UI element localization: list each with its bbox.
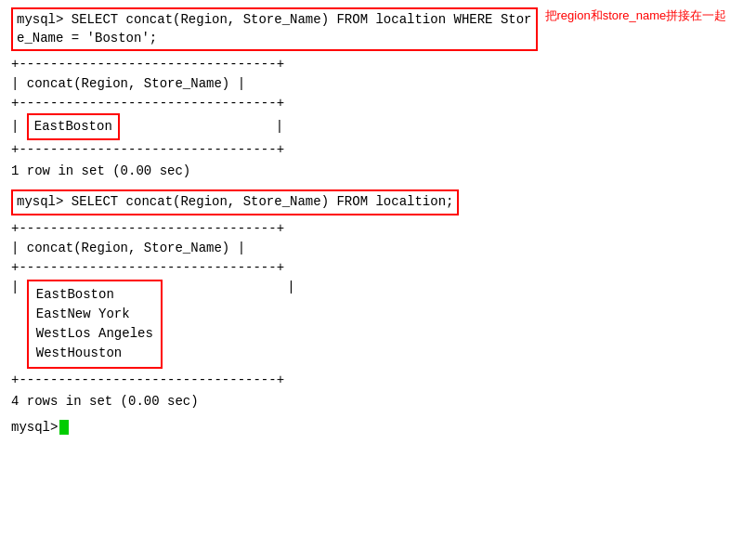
query1-result-box: EastBoston	[27, 113, 120, 140]
query2-sep1: +---------------------------------+	[11, 219, 745, 239]
final-prompt-text: mysql>	[11, 420, 58, 435]
query1-sep1: +---------------------------------+	[11, 55, 745, 74]
terminal: mysql> SELECT concat(Region, Store_Name)…	[11, 7, 745, 435]
query2-results-row: | EastBoston EastNew York WestLos Angele…	[11, 278, 745, 371]
query2-result-prefix: |	[11, 278, 27, 297]
query2-result-3: WestHouston	[36, 344, 153, 363]
query1-header: | concat(Region, Store_Name) |	[11, 74, 745, 94]
query1-annotation: 把region和store_name拼接在一起	[545, 7, 727, 24]
query2-result-2: WestLos Angeles	[36, 324, 153, 344]
query1-sql-wrapper: mysql> SELECT concat(Region, Store_Name)…	[11, 7, 745, 53]
query1-result-value: EastBoston	[34, 119, 112, 134]
query1-result-prefix: |	[11, 117, 27, 137]
query2-sql-box: mysql> SELECT concat(Region, Store_Name)…	[11, 189, 459, 215]
query2-header: | concat(Region, Store_Name) |	[11, 239, 745, 258]
query2-sql-wrapper: mysql> SELECT concat(Region, Store_Name)…	[11, 189, 745, 217]
final-prompt-line: mysql>	[11, 420, 745, 435]
query2-result-0: EastBoston	[36, 285, 153, 305]
query2-block: mysql> SELECT concat(Region, Store_Name)…	[11, 189, 745, 409]
query2-sep2: +---------------------------------+	[11, 258, 745, 278]
query2-prompt: mysql>	[17, 194, 72, 209]
query1-block: mysql> SELECT concat(Region, Store_Name)…	[11, 7, 745, 178]
query1-sql-box: mysql> SELECT concat(Region, Store_Name)…	[11, 7, 538, 51]
query1-sep2: +---------------------------------+	[11, 94, 745, 113]
query2-result-suffix: |	[163, 278, 295, 297]
cursor-block	[59, 420, 69, 435]
query2-sep3: +---------------------------------+	[11, 371, 745, 390]
query1-result-suffix: |	[120, 117, 283, 137]
query1-prompt: mysql>	[17, 12, 72, 27]
query1-row-count: 1 row in set (0.00 sec)	[11, 163, 745, 178]
query1-sep3: +---------------------------------+	[11, 140, 745, 160]
query2-result-1: EastNew York	[36, 305, 153, 324]
query1-line2: e_Name = 'Boston';	[17, 31, 157, 46]
query1-line1: SELECT concat(Region, Store_Name) FROM l…	[72, 12, 532, 27]
query2-result-box: EastBoston EastNew York WestLos Angeles …	[27, 280, 163, 369]
query1-result-row: | EastBoston |	[11, 113, 745, 140]
query2-sql: SELECT concat(Region, Store_Name) FROM l…	[72, 194, 454, 209]
query2-row-count: 4 rows in set (0.00 sec)	[11, 394, 745, 409]
